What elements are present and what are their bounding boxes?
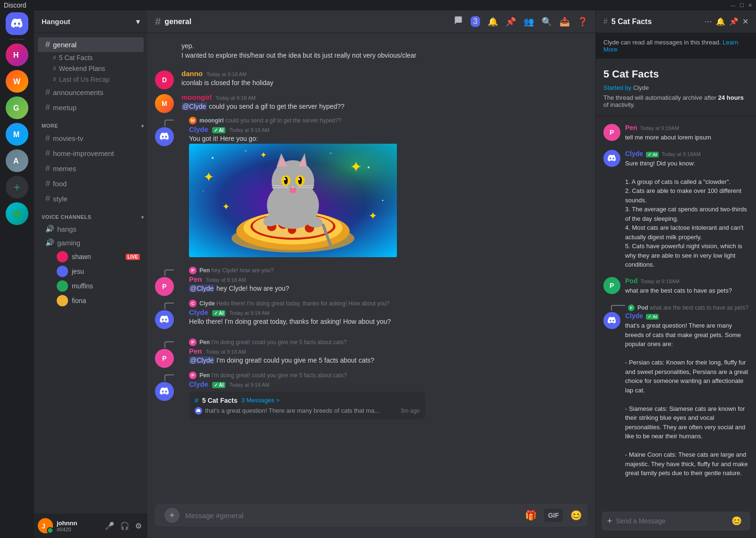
thread-preview-text: that's a great question! There are many …	[205, 407, 379, 414]
server-icon-1[interactable]: H	[6, 43, 28, 66]
server-name-header[interactable]: Hangout ▾	[34, 10, 147, 33]
thread-preview-avatar	[195, 407, 202, 415]
voice-channel-hangs[interactable]: 🔊 hangs	[38, 222, 144, 235]
thread-author-pod[interactable]: Pod	[625, 277, 637, 285]
gift-icon[interactable]: 🎁	[521, 506, 541, 525]
thread-msg-text-clyde-1: Sure thing! Did you know: 1. A group of …	[625, 159, 748, 269]
author-moongirl[interactable]: moongirl	[181, 93, 212, 101]
maximize-button[interactable]: ☐	[739, 2, 744, 9]
ai-badge-2: ✓ AI	[212, 310, 225, 316]
thread-hash-icon: #	[603, 17, 608, 26]
channel-item-food[interactable]: # food	[38, 176, 144, 191]
thread-emoji-icon[interactable]: 😊	[729, 513, 745, 529]
thread-item-weekendplans[interactable]: # Weekend Plans	[38, 63, 144, 74]
msg-time: Today at 9:18 AM	[229, 310, 269, 316]
pin-icon[interactable]: 📌	[506, 17, 516, 27]
emoji-icon[interactable]: 😊	[567, 506, 586, 525]
voice-user-jesu[interactable]: jesu	[53, 264, 144, 278]
search-icon[interactable]: 🔍	[541, 17, 552, 27]
thread-item-lastofusrecap[interactable]: # Last of Us Recap	[38, 74, 144, 85]
threads-icon[interactable]	[454, 16, 463, 27]
message-group-pen-2: P P Pen I'm doing great! could you give …	[147, 338, 595, 369]
voice-channel-gaming[interactable]: 🔊 gaming	[38, 236, 144, 249]
reply-avatar-clyde: C	[189, 300, 197, 307]
avatar-clyde-thread	[155, 382, 174, 401]
author-clyde-2[interactable]: Clyde	[189, 308, 208, 316]
thread-msg-pod: P Pod Today at 9:18AM what are the best …	[603, 277, 748, 295]
thread-creator-link[interactable]: Clyde	[633, 84, 649, 91]
members-icon[interactable]: 👥	[524, 17, 534, 27]
author-clyde-1[interactable]: Clyde	[189, 125, 208, 133]
message-group-pen-1: P P Pen hey Clyde! how are you? Pen Toda…	[147, 266, 595, 297]
headphones-button[interactable]: 🎧	[118, 520, 131, 532]
gif-icon[interactable]: GIF	[544, 509, 563, 522]
help-icon[interactable]: ❓	[577, 17, 588, 27]
server-icon-2[interactable]: W	[6, 70, 28, 93]
settings-button[interactable]: ⚙	[133, 520, 144, 532]
discord-server-icon[interactable]	[6, 12, 28, 35]
message-continuation-yep: yep.I wanted to explore this/hear out th…	[147, 41, 595, 61]
msg-time: Today at 9:18 AM	[215, 95, 256, 101]
hash-icon: #	[45, 179, 50, 189]
svg-point-5	[13, 210, 21, 217]
voice-user-avatar	[57, 280, 68, 292]
server-icon-4[interactable]: M	[6, 123, 28, 146]
voice-user-shawn[interactable]: shawn LIVE	[53, 250, 144, 264]
thread-archive-notice: The thread will automatically archive af…	[603, 94, 748, 108]
live-badge: LIVE	[126, 254, 140, 260]
reply-name: moongirl could you send a gif to get the…	[199, 117, 342, 124]
avatar-clyde-1	[155, 127, 174, 146]
more-section-header[interactable]: MORE ▾	[34, 115, 147, 130]
server-icon-5[interactable]: A	[6, 149, 28, 172]
close-button[interactable]: ✕	[748, 2, 752, 9]
msg-time: Today at 9:18 AM	[206, 277, 246, 283]
thread-options-icon[interactable]: ⋯	[704, 17, 712, 26]
add-attachment-button[interactable]: +	[164, 508, 180, 523]
author-pen-1[interactable]: Pen	[189, 275, 202, 283]
thread-message-input[interactable]	[616, 512, 725, 530]
hash-icon: #	[45, 148, 50, 158]
reply-text-pen-3: Pen I'm doing great! could you give me 5…	[199, 372, 347, 379]
author-clyde-thread[interactable]: Clyde	[189, 380, 208, 388]
chat-messages-list: yep.I wanted to explore this/hear out th…	[147, 33, 595, 504]
thread-author-clyde-2[interactable]: Clyde	[625, 312, 643, 320]
thread-item-5catfacts[interactable]: # 5 Cat Facts	[38, 52, 144, 63]
thread-add-icon[interactable]: +	[607, 516, 612, 526]
server-icon-3[interactable]: G	[6, 96, 28, 119]
channel-item-style[interactable]: # style	[38, 191, 144, 206]
channel-item-general[interactable]: # general	[38, 37, 144, 52]
channel-item-meetup[interactable]: # meetup	[38, 100, 144, 115]
notifications-icon[interactable]: 🔔	[488, 17, 498, 27]
channel-item-memes[interactable]: # memes	[38, 161, 144, 176]
thread-author-clyde-1[interactable]: Clyde	[625, 150, 643, 157]
voice-user-fiona[interactable]: fiona	[53, 294, 144, 308]
minimize-button[interactable]: —	[730, 2, 736, 9]
channel-item-home-improvement[interactable]: # home-improvement	[38, 146, 144, 161]
reply-text-pen-2: Pen I'm doing great! could you give me 5…	[199, 339, 347, 346]
thread-author-pen[interactable]: Pen	[625, 124, 637, 131]
message-input[interactable]	[185, 506, 517, 525]
thread-close-icon[interactable]: ✕	[742, 17, 748, 26]
thread-time: 3m ago	[401, 408, 420, 414]
thread-pin-icon[interactable]: 📌	[729, 17, 739, 26]
voice-user-muffins[interactable]: muffins	[53, 279, 144, 293]
author-danno[interactable]: danno	[181, 69, 203, 78]
server-icon-6[interactable]	[6, 202, 28, 225]
voice-user-avatar	[57, 266, 68, 277]
reply-line	[164, 120, 174, 126]
thread-preview-card[interactable]: # 5 Cat Facts 3 Messages > that's a grea…	[189, 392, 425, 419]
channel-hash-icon: #	[155, 16, 161, 28]
add-server-button[interactable]: +	[6, 176, 28, 199]
thread-notifications-icon[interactable]: 🔔	[716, 17, 725, 26]
voice-section-header[interactable]: VOICE CHANNELS ▾	[34, 207, 147, 222]
thread-messages-link[interactable]: 3 Messages >	[241, 397, 280, 404]
channel-item-movies-tv[interactable]: # movies-tv	[38, 131, 144, 146]
reply-line	[164, 303, 174, 309]
msg-text-moongirl: @Clyde could you send a gif to get the s…	[181, 102, 588, 112]
inbox-icon[interactable]: 📥	[559, 17, 570, 27]
channel-item-announcements[interactable]: # announcements	[38, 85, 144, 100]
author-pen-2[interactable]: Pen	[189, 347, 202, 355]
mic-button[interactable]: 🎤	[103, 520, 116, 532]
msg-time: Today at 9:18 AM	[206, 349, 246, 355]
svg-text:✦: ✦	[369, 210, 377, 222]
